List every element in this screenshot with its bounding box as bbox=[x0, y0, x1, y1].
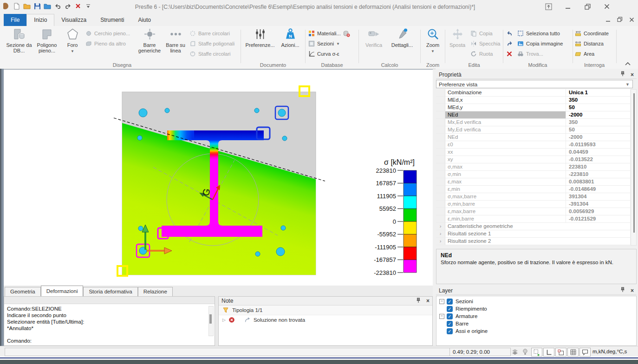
cerchio-pieno-button[interactable]: Cerchio pieno... bbox=[85, 29, 130, 38]
verifica-button[interactable]: Verifica bbox=[362, 27, 386, 48]
preferenze-button[interactable]: Preferenze... bbox=[245, 27, 275, 48]
property-row[interactable]: NEd-2000 bbox=[436, 111, 630, 119]
layer-item-armature[interactable]: −✓Armature bbox=[436, 312, 636, 320]
foro-dropdown-arrow[interactable]: ▼ bbox=[71, 49, 74, 53]
tooltip-toggle[interactable] bbox=[579, 348, 591, 357]
property-row[interactable]: σ,min,barre-391304 bbox=[436, 201, 630, 208]
rebar-dot[interactable] bbox=[276, 247, 285, 256]
grid-toggle[interactable] bbox=[567, 348, 579, 357]
layers-status-icon[interactable] bbox=[510, 348, 520, 356]
property-row[interactable]: NEd-2000 bbox=[436, 134, 630, 141]
database-delete-icon[interactable] bbox=[343, 30, 350, 37]
layer-item-assi-e-origine[interactable]: ✓Assi e origine bbox=[436, 327, 636, 335]
rebar-dot[interactable] bbox=[255, 252, 260, 256]
add-to-selection-toggle[interactable] bbox=[531, 348, 542, 357]
property-value[interactable]: 50 bbox=[566, 104, 630, 111]
save-as-button[interactable] bbox=[44, 2, 51, 10]
pin-icon[interactable] bbox=[416, 298, 421, 305]
property-group-row[interactable]: ›Risultati sezione 2 bbox=[436, 238, 630, 245]
property-group-row[interactable]: ›Caratteristiche geometriche bbox=[436, 223, 630, 230]
sezioni-dropdown-arrow[interactable]: ▼ bbox=[336, 42, 340, 46]
layer-item-riempimento[interactable]: ✓Riempimento bbox=[436, 305, 636, 312]
mdi-close-button[interactable] bbox=[629, 16, 634, 24]
redo-button[interactable] bbox=[64, 2, 72, 10]
sezione-da-db-button[interactable]: Sezione da DB... bbox=[6, 27, 33, 53]
trova-button[interactable]: Trova... bbox=[517, 49, 543, 58]
layer-item-barre[interactable]: ✓Barre bbox=[436, 320, 636, 327]
tree-collapse-icon[interactable]: − bbox=[439, 314, 444, 319]
barre-su-linea-button[interactable]: Barre su linea bbox=[163, 27, 188, 53]
minimize-button[interactable] bbox=[563, 2, 573, 11]
area-button[interactable]: Area bbox=[575, 49, 594, 58]
property-row[interactable]: ε,min-0.0148649 bbox=[436, 186, 630, 193]
property-row[interactable]: xy-0.013522 bbox=[436, 156, 630, 163]
redo-small-button[interactable] bbox=[506, 39, 513, 48]
close-button[interactable] bbox=[602, 2, 612, 11]
tree-collapse-icon[interactable]: − bbox=[439, 299, 444, 304]
zoom-dropdown-arrow[interactable]: ▼ bbox=[431, 49, 435, 53]
zoom-button[interactable]: Zoom▼ bbox=[422, 27, 443, 54]
command-scrollbar[interactable] bbox=[208, 306, 214, 336]
mdi-restore-button[interactable] bbox=[617, 16, 623, 24]
foro-button[interactable]: Foro▼ bbox=[62, 27, 83, 54]
rebar-dot[interactable] bbox=[254, 108, 259, 113]
property-row[interactable]: σ,min-223810 bbox=[436, 171, 630, 178]
undo-small-button[interactable] bbox=[506, 29, 513, 38]
coordinate-button[interactable]: XYZ Coordinate bbox=[575, 29, 609, 38]
save-button[interactable] bbox=[33, 2, 41, 10]
close-icon[interactable]: × bbox=[631, 287, 634, 294]
undo-button[interactable] bbox=[54, 2, 61, 10]
pin-icon[interactable] bbox=[620, 71, 625, 78]
note-item[interactable]: ▷ Soluzione non trovata bbox=[219, 315, 432, 325]
property-group-row[interactable]: ›Risultati sezione 1 bbox=[436, 230, 630, 238]
rebar-dot[interactable] bbox=[278, 109, 286, 117]
menu-tab-strumenti[interactable]: Strumenti bbox=[93, 14, 131, 26]
property-row[interactable]: Mx,Ed verifica350 bbox=[436, 119, 630, 126]
property-row[interactable]: MEd,x350 bbox=[436, 97, 630, 104]
ruota-button[interactable]: Ruota bbox=[470, 49, 493, 58]
property-row[interactable]: σ,max,barre391304 bbox=[436, 193, 630, 201]
staffe-circolari-button[interactable]: Staffe circolari bbox=[189, 49, 231, 58]
mdi-minimize-button[interactable] bbox=[605, 16, 611, 24]
rebar-dot[interactable] bbox=[137, 136, 142, 140]
rebar-dot[interactable] bbox=[281, 226, 286, 230]
property-row[interactable]: ε,min,barre-0.0121529 bbox=[436, 215, 630, 223]
view-tab-storia-deformativa[interactable]: Storia deformativa bbox=[83, 287, 137, 296]
group-expand-arrow[interactable]: › bbox=[436, 223, 445, 230]
view-tab-relazione[interactable]: Relazione bbox=[138, 287, 173, 296]
ribbon-collapse-button[interactable] bbox=[625, 59, 631, 68]
property-row[interactable]: xx0.04459 bbox=[436, 149, 630, 156]
restore-button[interactable] bbox=[582, 2, 592, 11]
specchia-button[interactable]: Specchia bbox=[470, 39, 500, 48]
copia-immagine-button[interactable]: Copia immagine bbox=[517, 39, 563, 48]
materiali-button[interactable]: Materiali... bbox=[308, 29, 350, 38]
curva-sigma-eps-button[interactable]: Curva σ-ε bbox=[308, 49, 339, 58]
sezioni-button[interactable]: Sezioni ▼ bbox=[308, 39, 340, 48]
layer-checkbox[interactable]: ✓ bbox=[447, 321, 453, 327]
staffe-poligonali-button[interactable]: Staffe poligonali bbox=[189, 39, 234, 48]
rebar-dot[interactable] bbox=[138, 226, 143, 231]
menu-tab-visualizza[interactable]: Visualizza bbox=[54, 14, 93, 26]
close-icon[interactable]: × bbox=[631, 72, 634, 78]
ortho-toggle[interactable] bbox=[543, 348, 554, 357]
property-value[interactable]: 350 bbox=[566, 97, 630, 104]
view-tab-deformazioni[interactable]: Deformazioni bbox=[41, 286, 84, 296]
layer-checkbox[interactable]: ✓ bbox=[447, 299, 453, 305]
note-filter-row[interactable]: Tipologia 1/1 bbox=[219, 306, 432, 315]
rebar-dot[interactable] bbox=[282, 136, 287, 141]
delete-button[interactable] bbox=[506, 49, 513, 58]
snap-toggle[interactable] bbox=[555, 348, 566, 357]
menu-tab-aiuto[interactable]: Aiuto bbox=[131, 14, 158, 26]
new-file-button[interactable] bbox=[13, 2, 20, 10]
dettagli-button[interactable]: Dettagli... bbox=[388, 27, 417, 48]
property-row[interactable]: σ,max223810 bbox=[436, 163, 630, 171]
pin-icon[interactable] bbox=[620, 287, 625, 294]
property-value[interactable]: -2000 bbox=[566, 111, 630, 118]
layer-checkbox[interactable]: ✓ bbox=[447, 306, 453, 312]
barre-circolari-button[interactable]: Barre circolari bbox=[189, 29, 230, 38]
property-row[interactable]: MEd,y50 bbox=[436, 104, 630, 111]
distanza-button[interactable]: Distanza bbox=[575, 39, 604, 48]
view-tab-geometria[interactable]: Geometria bbox=[5, 287, 41, 296]
property-row[interactable]: My,Ed verifica50 bbox=[436, 126, 630, 134]
barre-generiche-button[interactable]: Barre generiche bbox=[137, 27, 162, 53]
